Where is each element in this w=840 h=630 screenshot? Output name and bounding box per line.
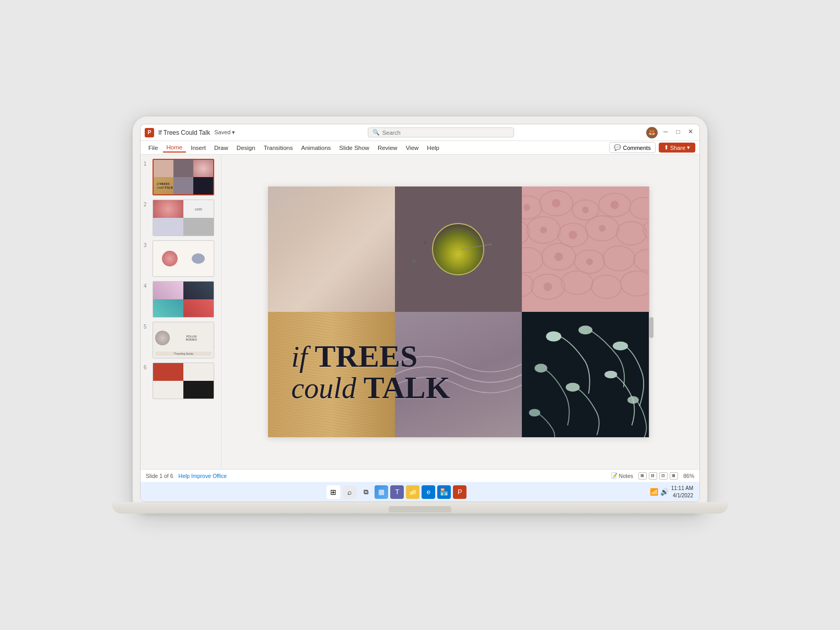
- svg-point-27: [540, 227, 547, 234]
- share-button[interactable]: ⬆ Share ▾: [659, 143, 695, 153]
- taskbar: ⊞ ⌕ ⧉ ▦ T 📁: [141, 482, 699, 501]
- maximize-button[interactable]: □: [673, 127, 683, 136]
- share-icon: ⬆: [664, 144, 669, 151]
- start-button[interactable]: ⊞: [326, 485, 340, 499]
- slide-img-1: if TREES could TALK: [153, 159, 214, 195]
- edge-button[interactable]: e: [422, 485, 435, 499]
- notes-icon: 📝: [611, 472, 617, 479]
- slide-num-5: 5: [144, 324, 150, 330]
- scrollbar-thumb[interactable]: [649, 317, 654, 338]
- time: 11:11 AM: [671, 485, 693, 492]
- menu-transitions[interactable]: Transitions: [260, 144, 297, 152]
- slide-img-5: POLLINBODIES *Traveling Seeds: [153, 322, 214, 358]
- ppt-window: P If Trees Could Talk Saved ▾ 🔍 🦊 ─ □: [141, 124, 699, 501]
- laptop-body: P If Trees Could Talk Saved ▾ 🔍 🦊 ─ □: [133, 116, 707, 514]
- slide-thumbnail-2[interactable]: 2 cells: [144, 200, 218, 236]
- slide-thumbnail-5[interactable]: 5 POLLINBODIES *Traveling Seeds: [144, 322, 218, 358]
- search-icon: 🔍: [372, 129, 380, 136]
- main-slide: ✦ ✦: [268, 186, 649, 437]
- normal-view-button[interactable]: ⊞: [638, 472, 647, 480]
- taskbar-right: 📶 🔊 11:11 AM 4/1/2022: [650, 485, 693, 499]
- ppt-app-icon: P: [145, 128, 154, 137]
- taskbar-center: ⊞ ⌕ ⧉ ▦ T 📁: [326, 485, 466, 499]
- date: 4/1/2022: [671, 492, 693, 499]
- store-button[interactable]: 🏪: [437, 485, 451, 499]
- notes-button[interactable]: 📝 Notes: [611, 472, 633, 479]
- slide-cell-top-right: [522, 186, 649, 312]
- svg-point-23: [523, 204, 530, 211]
- teams-icon: T: [395, 488, 399, 496]
- svg-point-36: [613, 342, 628, 351]
- slide-panel[interactable]: 1: [141, 155, 221, 469]
- widgets-button[interactable]: ▦: [375, 485, 388, 499]
- edge-icon: e: [427, 488, 430, 496]
- menu-slideshow[interactable]: Slide Show: [335, 144, 373, 152]
- svg-point-30: [555, 252, 563, 261]
- menu-home[interactable]: Home: [163, 143, 186, 153]
- title-bar: P If Trees Could Talk Saved ▾ 🔍 🦊 ─ □: [141, 124, 699, 141]
- svg-point-38: [566, 383, 580, 392]
- comments-button[interactable]: 💬 Comments: [609, 142, 655, 153]
- svg-point-31: [586, 259, 593, 265]
- menu-insert[interactable]: Insert: [187, 144, 209, 152]
- svg-point-40: [627, 396, 639, 404]
- slide-grid: ✦ ✦: [268, 186, 649, 437]
- menu-draw[interactable]: Draw: [211, 144, 232, 152]
- slide-img-3: [153, 240, 214, 277]
- slide-sorter-button[interactable]: ⊟: [649, 472, 657, 480]
- menu-help[interactable]: Help: [423, 144, 443, 152]
- task-view-icon: ⧉: [364, 488, 368, 496]
- svg-point-28: [569, 231, 577, 239]
- menu-view[interactable]: View: [402, 144, 423, 152]
- menu-review[interactable]: Review: [374, 144, 401, 152]
- svg-point-34: [546, 331, 561, 341]
- slide-cell-top-center: ✦ ✦: [395, 186, 522, 312]
- status-bar: Slide 1 of 6 Help Improve Office 📝 Notes…: [141, 469, 699, 482]
- search-box[interactable]: 🔍: [368, 127, 514, 137]
- minimize-button[interactable]: ─: [661, 127, 670, 136]
- slide-cell-bottom-center: [395, 312, 522, 437]
- search-input[interactable]: [382, 130, 509, 136]
- taskbar-search-button[interactable]: ⌕: [342, 485, 357, 499]
- svg-point-29: [599, 225, 605, 232]
- slide-img-4: [153, 281, 214, 318]
- laptop-base: [112, 502, 728, 514]
- close-button[interactable]: ✕: [686, 127, 695, 136]
- svg-point-25: [582, 206, 589, 213]
- slide-thumbnail-6[interactable]: 6: [144, 363, 218, 399]
- app-title: If Trees Could Talk: [158, 129, 210, 136]
- saved-status: Saved ▾: [214, 129, 235, 136]
- menu-file[interactable]: File: [145, 144, 162, 152]
- clock[interactable]: 11:11 AM 4/1/2022: [671, 485, 693, 499]
- slide-thumbnail-1[interactable]: 1: [144, 159, 218, 195]
- explorer-button[interactable]: 📁: [406, 485, 419, 499]
- comment-icon: 💬: [614, 144, 621, 151]
- teams-button[interactable]: T: [390, 485, 404, 499]
- user-avatar[interactable]: 🦊: [646, 127, 658, 138]
- slide-area: ✦ ✦: [221, 155, 699, 469]
- svg-point-39: [604, 371, 617, 379]
- reading-view-button[interactable]: ⊡: [659, 472, 668, 480]
- svg-point-26: [611, 201, 619, 209]
- help-improve[interactable]: Help Improve Office: [179, 473, 227, 479]
- presenter-view-button[interactable]: ⊞: [670, 472, 678, 480]
- slide-cell-top-left: [268, 186, 395, 312]
- volume-icon[interactable]: 🔊: [660, 488, 669, 496]
- laptop-trackpad: [389, 506, 451, 512]
- slide-num-6: 6: [144, 365, 150, 370]
- menu-animations[interactable]: Animations: [297, 144, 334, 152]
- folder-icon: 📁: [409, 488, 417, 496]
- menu-bar: File Home Insert Draw Design Transitions…: [141, 141, 699, 154]
- view-icons: ⊞ ⊟ ⊡ ⊞: [638, 472, 678, 480]
- ppt-taskbar-button[interactable]: P: [453, 485, 466, 499]
- slide-num-4: 4: [144, 283, 150, 289]
- menu-design[interactable]: Design: [233, 144, 259, 152]
- slide-count: Slide 1 of 6: [146, 473, 173, 479]
- ppt-taskbar-icon: P: [458, 488, 462, 496]
- task-view-button[interactable]: ⧉: [359, 485, 372, 499]
- slide-thumbnail-4[interactable]: 4: [144, 281, 218, 318]
- store-icon: 🏪: [440, 488, 448, 496]
- slide-thumbnail-3[interactable]: 3: [144, 240, 218, 277]
- network-icon[interactable]: 📶: [650, 488, 658, 496]
- slide-num-1: 1: [144, 161, 150, 167]
